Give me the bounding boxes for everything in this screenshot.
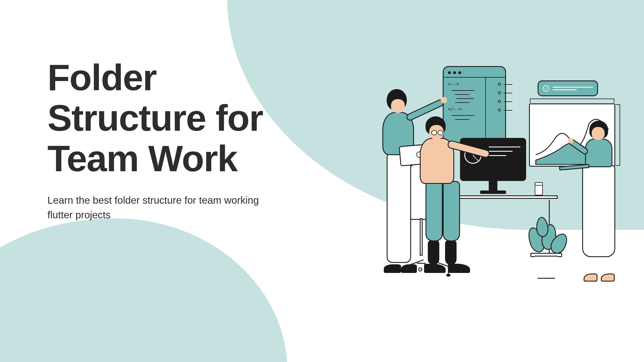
check-icon — [543, 85, 549, 92]
person-sitting-typing-icon — [404, 116, 490, 274]
background-blob-bottom — [0, 218, 288, 362]
hero-illustration: <--> </--> — [356, 66, 615, 284]
person-standing-laptop-icon — [575, 121, 627, 282]
potted-plant-icon — [526, 204, 566, 279]
notification-badge-icon — [538, 80, 598, 96]
main-title: Folder Structure for Team Work — [47, 57, 272, 179]
text-content: Folder Structure for Team Work Learn the… — [47, 57, 272, 222]
coffee-cup-icon — [535, 184, 543, 195]
subtitle: Learn the best folder structure for team… — [47, 193, 272, 222]
